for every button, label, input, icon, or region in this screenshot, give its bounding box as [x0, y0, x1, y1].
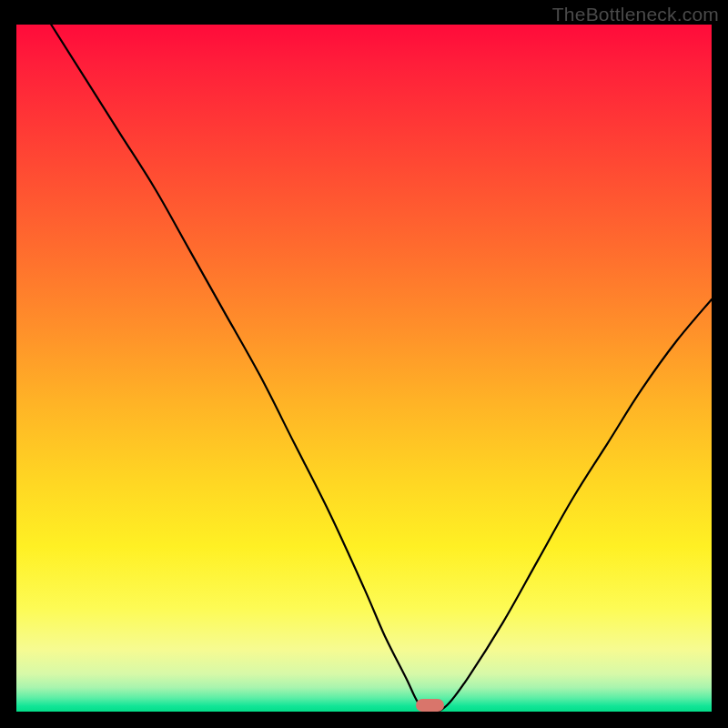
- watermark-text: TheBottleneck.com: [552, 4, 719, 25]
- bottleneck-curve: [16, 25, 712, 712]
- chart-frame: TheBottleneck.com: [0, 0, 728, 728]
- plot-area: [16, 25, 712, 712]
- min-marker: [416, 699, 444, 712]
